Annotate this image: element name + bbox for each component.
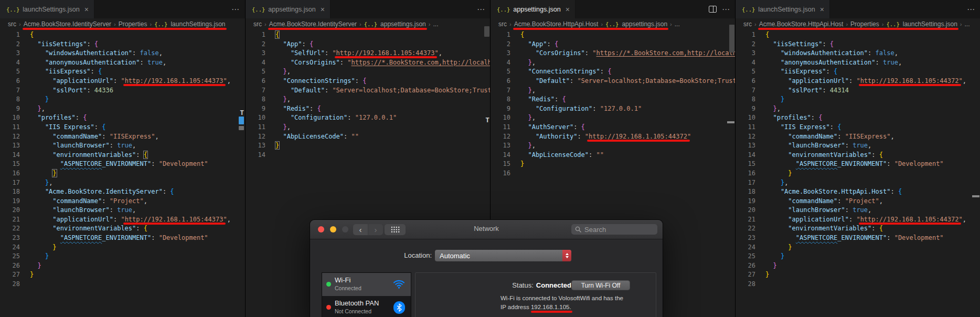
code-token: "launchBrowser"	[765, 206, 845, 214]
code-token: "Development"	[894, 234, 944, 241]
code-line: 27}	[0, 270, 245, 280]
line-number: 4	[246, 58, 275, 68]
line-number: 19	[736, 197, 765, 206]
code-token: :	[589, 151, 596, 158]
location-dropdown[interactable]: Automatic	[435, 250, 571, 261]
url-red-marked: http://192.168.1.105:44373	[125, 77, 223, 84]
line-number: 22	[0, 224, 30, 234]
code-token: "	[121, 216, 124, 223]
close-icon[interactable]: ×	[566, 6, 570, 13]
code-line: 23 "ASPNETCORE_ENVIRONMENT": "Developmen…	[736, 234, 980, 243]
code-token: :	[110, 206, 117, 214]
breadcrumb-item[interactable]: Acme.BookStore.HttpApi.Host	[759, 20, 844, 28]
breadcrumb-item[interactable]: {..}launchSettings.json	[886, 20, 957, 28]
code-line: 7 "Default": "Server=localhost;Database=…	[246, 86, 491, 96]
close-icon[interactable]: ×	[84, 6, 89, 13]
code-token: "environmentVariables"	[30, 151, 136, 158]
close-icon[interactable]: ×	[820, 6, 824, 13]
code-token: "ConnectionStrings"	[520, 68, 600, 75]
breadcrumb-item-src[interactable]: src	[8, 20, 16, 28]
tab-launchSettings.json[interactable]: {..}launchSettings.json×	[0, 0, 94, 18]
code-token: {	[608, 68, 611, 75]
code-token: "	[592, 49, 596, 57]
line-number: 10	[246, 113, 275, 123]
code-line: 17 },	[736, 178, 980, 188]
status-panel: Status:Connected Turn Wi-Fi Off Wi-Fi is…	[415, 272, 656, 317]
code-token: "App"	[520, 40, 547, 48]
split-editor-icon[interactable]	[709, 6, 717, 13]
line-number: 23	[736, 234, 765, 243]
breadcrumb-item[interactable]: Acme.BookStore.IdentityServer	[269, 20, 357, 28]
breadcrumb-item[interactable]: Acme.BookStore.IdentityServer	[24, 20, 111, 28]
code-token: ,	[439, 49, 442, 57]
code-token: "AbpLicenseCode"	[275, 133, 344, 140]
breadcrumb-item[interactable]: Properties	[119, 20, 147, 28]
line-number: 3	[0, 49, 30, 58]
status-value: Connected	[536, 281, 571, 289]
code-token: }	[30, 96, 49, 103]
line-number: 14	[736, 151, 765, 160]
more-actions-icon[interactable]: ⋯	[967, 5, 975, 14]
network-titlebar[interactable]: ‹ › Network Search	[310, 220, 663, 239]
url-red-marked: http://192.168.1.105:44373	[125, 216, 223, 223]
tab-launchSettings.json[interactable]: {..}launchSettings.json×	[736, 0, 830, 18]
tab-appsettings.json[interactable]: {..}appsettings.json×	[246, 0, 331, 18]
code-line: 21 "applicationUrl": "http://192.168.1.1…	[0, 215, 245, 225]
line-number: 1	[491, 30, 520, 40]
code-line: 4 "anonymousAuthentication": true,	[0, 58, 245, 68]
code-token: :	[113, 77, 121, 84]
service-row-wifi[interactable]: Wi-Fi Connected	[322, 273, 411, 296]
code-line: 22 "environmentVariables": {	[736, 224, 980, 234]
code-token: "Project"	[110, 197, 144, 205]
breadcrumb-item-src[interactable]: src	[498, 20, 507, 28]
code-line: 7 "sslPort": 44336	[0, 86, 245, 96]
code-token: "CorsOrigins"	[520, 49, 585, 57]
turn-wifi-off-button[interactable]: Turn Wi-Fi Off	[571, 280, 630, 290]
breadcrumb-item-src[interactable]: src	[743, 20, 752, 28]
code-line: 3 "windowsAuthentication": false,	[736, 49, 980, 58]
breadcrumb-item-src[interactable]: src	[253, 20, 262, 28]
line-number: 13	[0, 141, 30, 151]
code-line: 13}	[246, 141, 491, 151]
code-token: :	[110, 142, 117, 149]
code-token: true	[853, 142, 868, 149]
chevron-right-icon: ›	[882, 21, 884, 27]
breadcrumb-item[interactable]: {..}appsettings.json	[364, 20, 426, 28]
line-number: 11	[491, 123, 520, 132]
code-line: 21 "applicationUrl": "http://192.168.1.1…	[736, 215, 980, 225]
code-token: {	[830, 40, 834, 48]
code-token: }	[520, 114, 532, 121]
breadcrumb-item[interactable]: Acme.BookStore.HttpApi.Host	[514, 20, 599, 28]
code-editor[interactable]: 1{2 "iisSettings": {3 "windowsAuthentica…	[736, 30, 980, 317]
breadcrumb-item-more[interactable]: ...	[433, 20, 438, 28]
search-field[interactable]: Search	[571, 224, 657, 235]
line-number: 9	[0, 104, 30, 114]
code-editor[interactable]: 1{2 "iisSettings": {3 "windowsAuthentica…	[0, 30, 245, 317]
code-token: "launchBrowser"	[30, 206, 110, 214]
service-status: Connected	[335, 285, 361, 291]
status-label: Status:	[512, 281, 533, 289]
code-token: ,	[49, 179, 52, 186]
line-number: 25	[736, 252, 765, 261]
code-line: 12 "commandName": "IISExpress",	[0, 132, 245, 142]
more-actions-icon[interactable]: ⋯	[477, 5, 485, 14]
line-number: 5	[491, 67, 520, 77]
code-token: _ENVIRONMENT"	[837, 160, 887, 167]
code-line: 23 "ASPNETCORE_ENVIRONMENT": "Developmen…	[0, 234, 245, 243]
line-number: 14	[491, 151, 520, 160]
code-line: 5 "ConnectionStrings": {	[491, 67, 736, 77]
more-actions-icon[interactable]: ⋯	[231, 5, 240, 14]
code-line: 16 }	[0, 169, 245, 178]
more-actions-icon[interactable]: ⋯	[722, 5, 730, 14]
service-row-bluetooth[interactable]: Bluetooth PAN Not Connected	[322, 296, 411, 317]
breadcrumb-item-more[interactable]: ...	[675, 20, 680, 28]
code-token: {	[275, 31, 279, 38]
breadcrumb-item[interactable]: Properties	[850, 20, 879, 28]
breadcrumb-item-more[interactable]: ...	[965, 20, 970, 28]
code-token: }	[765, 170, 792, 177]
tab-appsettings.json[interactable]: {..}appsettings.json×	[491, 0, 576, 18]
close-icon[interactable]: ×	[321, 6, 325, 13]
breadcrumb-item[interactable]: {..}appsettings.json	[605, 20, 667, 28]
breadcrumb-item[interactable]: {..}launchSettings.json	[154, 20, 225, 28]
line-number: 28	[736, 280, 765, 289]
